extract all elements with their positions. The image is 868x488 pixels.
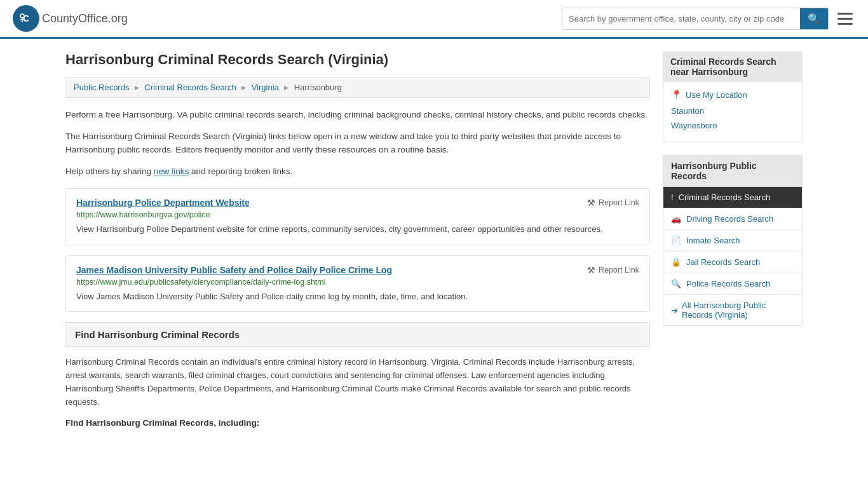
resource-desc-1: View James Madison University Public Saf…: [76, 290, 639, 303]
search-icon: 🔍: [808, 13, 820, 24]
use-my-location-link[interactable]: 📍 Use My Location: [671, 90, 794, 100]
description-para2: The Harrisonburg Criminal Records Search…: [65, 130, 650, 157]
new-links-link[interactable]: new links: [154, 166, 189, 176]
breadcrumb-criminal-records[interactable]: Criminal Records Search: [144, 83, 236, 92]
resource-title-1[interactable]: James Madison University Public Safety a…: [76, 265, 392, 275]
breadcrumb-virginia[interactable]: Virginia: [252, 83, 279, 92]
arrow-right-icon: ➔: [671, 306, 678, 315]
find-section-header: Find Harrisonburg Criminal Records: [65, 322, 650, 347]
report-link-1[interactable]: ⚒ Report Link: [587, 265, 639, 275]
search-button[interactable]: 🔍: [800, 8, 828, 29]
menu-button[interactable]: [835, 10, 855, 27]
logo-suffix-text: .org: [108, 12, 128, 25]
logo[interactable]: C CountyOffice.org: [13, 5, 128, 32]
resource-card-0: Harrisonburg Police Department Website ⚒…: [65, 188, 650, 245]
resource-url-1[interactable]: https://www.jmu.edu/publicsafety/cleryco…: [76, 278, 639, 287]
nav-item-police-records[interactable]: 🔍 Police Records Search: [663, 273, 802, 294]
breadcrumb-public-records[interactable]: Public Records: [74, 83, 129, 92]
all-public-records-link[interactable]: ➔ All Harrisonburg Public Records (Virgi…: [663, 294, 802, 325]
description-para1: Perform a free Harrisonburg, VA public c…: [65, 108, 650, 122]
public-records-section: Harrisonburg Public Records ! Criminal R…: [663, 155, 803, 326]
nearby-links: 📍 Use My Location Staunton Waynesboro: [663, 83, 803, 142]
nearby-section: Criminal Records Search near Harrisonbur…: [663, 51, 803, 142]
police-records-icon: 🔍: [671, 279, 681, 288]
nav-item-inmate-search[interactable]: 📄 Inmate Search: [663, 229, 802, 251]
driving-records-icon: 🚗: [671, 214, 681, 224]
description-section: Perform a free Harrisonburg, VA public c…: [65, 108, 650, 178]
content-area: Harrisonburg Criminal Records Search (Vi…: [65, 51, 650, 428]
resource-title-0[interactable]: Harrisonburg Police Department Website: [76, 198, 250, 208]
breadcrumb-harrisonburg: Harrisonburg: [294, 83, 342, 92]
nearby-section-title: Criminal Records Search near Harrisonbur…: [663, 51, 803, 82]
hamburger-line: [837, 23, 853, 25]
resource-card-1: James Madison University Public Safety a…: [65, 255, 650, 313]
logo-name-text: CountyOffice: [42, 12, 108, 25]
breadcrumb: Public Records ► Criminal Records Search…: [65, 77, 650, 98]
location-pin-icon: 📍: [671, 90, 682, 100]
hamburger-line: [837, 18, 853, 20]
nav-item-jail-records[interactable]: 🔒 Jail Records Search: [663, 251, 802, 273]
page-title: Harrisonburg Criminal Records Search (Vi…: [65, 51, 650, 68]
nav-item-driving-records[interactable]: 🚗 Driving Records Search: [663, 208, 802, 229]
public-records-nav: Harrisonburg Public Records ! Criminal R…: [663, 155, 803, 326]
inmate-search-icon: 📄: [671, 236, 681, 245]
resources-list: Harrisonburg Police Department Website ⚒…: [65, 188, 650, 312]
find-section-desc: Harrisonburg Criminal Records contain an…: [65, 356, 650, 409]
resource-url-0[interactable]: https://www.harrisonburgva.gov/police: [76, 210, 639, 219]
public-records-nav-title: Harrisonburg Public Records: [663, 156, 802, 186]
criminal-records-icon: !: [671, 193, 674, 202]
nav-item-criminal-records[interactable]: ! Criminal Records Search: [663, 186, 802, 208]
sidebar-city-waynesboro[interactable]: Waynesboro: [671, 121, 794, 130]
sidebar-city-staunton[interactable]: Staunton: [671, 106, 794, 116]
report-icon-0: ⚒: [587, 198, 595, 208]
jail-records-icon: 🔒: [671, 257, 681, 267]
report-icon-1: ⚒: [587, 265, 595, 275]
report-link-0[interactable]: ⚒ Report Link: [587, 198, 639, 208]
description-para3: Help others by sharing new links and rep…: [65, 165, 650, 179]
sidebar: Criminal Records Search near Harrisonbur…: [663, 51, 803, 428]
find-including-label: Find Harrisonburg Criminal Records, incl…: [65, 418, 650, 428]
find-section-title: Find Harrisonburg Criminal Records: [75, 329, 641, 340]
search-input[interactable]: [562, 8, 800, 29]
resource-desc-0: View Harrisonburg Police Department webs…: [76, 223, 639, 236]
logo-icon: C: [13, 5, 39, 32]
header-search-area: 🔍: [562, 8, 855, 30]
hamburger-line: [837, 13, 853, 15]
search-container: 🔍: [562, 8, 829, 30]
